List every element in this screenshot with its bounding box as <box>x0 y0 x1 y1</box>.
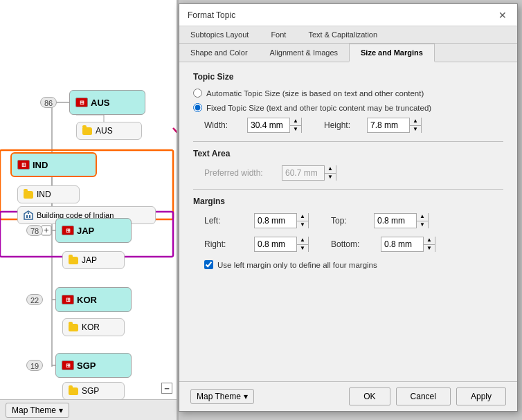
map-theme-dropdown-icon: ▾ <box>59 405 63 415</box>
zoom-out-button[interactable]: − <box>161 383 172 394</box>
aus-icon: ⊞ <box>75 98 88 107</box>
dialog-body: Topic Size Automatic Topic Size (size is… <box>179 62 517 381</box>
ok-button[interactable]: OK <box>349 387 390 405</box>
dialog-titlebar: Format Topic ✕ <box>179 4 517 26</box>
subnode-jap-label: JAP <box>82 255 97 265</box>
top-input[interactable] <box>375 214 416 228</box>
top-increment-button[interactable]: ▲ <box>417 213 428 221</box>
folder-icon-jap <box>69 257 78 264</box>
building-icon <box>24 210 33 220</box>
subnode-ind1[interactable]: IND <box>17 185 80 203</box>
left-input-container: ▲ ▼ <box>254 213 309 228</box>
bottom-decrement-button[interactable]: ▼ <box>424 244 435 253</box>
cancel-button[interactable]: Cancel <box>396 387 451 405</box>
left-top-row: Left: ▲ ▼ Top: ▲ ▼ <box>204 213 503 228</box>
left-input[interactable] <box>255 214 296 228</box>
height-decrement-button[interactable]: ▼ <box>410 125 421 134</box>
apply-button[interactable]: Apply <box>456 387 506 405</box>
node-ind[interactable]: ⊞ IND <box>10 152 97 177</box>
node-kor-number: 22 <box>26 294 43 305</box>
right-spin-buttons: ▲ ▼ <box>296 237 308 252</box>
height-increment-button[interactable]: ▲ <box>410 118 421 125</box>
preferred-width-increment-button[interactable]: ▲ <box>325 165 336 173</box>
width-increment-button[interactable]: ▲ <box>290 118 301 125</box>
footer-map-theme-label: Map Theme <box>197 392 241 401</box>
right-label: Right: <box>204 239 246 249</box>
margins-title: Margins <box>193 197 503 206</box>
kor-icon: ⊞ <box>62 295 74 304</box>
tab-subtopics-layout[interactable]: Subtopics Layout <box>179 26 260 43</box>
preferred-width-decrement-button[interactable]: ▼ <box>325 173 336 181</box>
width-height-row: Width: ▲ ▼ Height: ▲ ▼ <box>204 118 503 133</box>
folder-icon-ind1 <box>24 191 33 199</box>
width-decrement-button[interactable]: ▼ <box>290 125 301 134</box>
preferred-width-label: Preferred width: <box>204 168 273 178</box>
svg-rect-19 <box>28 212 29 214</box>
format-topic-dialog: Format Topic ✕ Subtopics Layout Font Tex… <box>179 3 518 412</box>
footer-map-theme-button[interactable]: Map Theme ▾ <box>190 389 254 404</box>
footer-left: Map Theme ▾ <box>190 389 343 404</box>
separator1 <box>193 141 503 142</box>
folder-icon-kor <box>69 324 78 331</box>
bottom-input-container: ▲ ▼ <box>381 237 435 252</box>
svg-rect-14 <box>42 226 51 235</box>
left-label: Left: <box>204 216 246 226</box>
height-spin-buttons: ▲ ▼ <box>409 118 421 133</box>
svg-rect-17 <box>26 215 28 218</box>
preferred-width-input-container: ▲ ▼ <box>282 165 336 181</box>
subnode-sgp[interactable]: SGP <box>62 382 125 400</box>
preferred-width-spin-buttons: ▲ ▼ <box>324 165 336 181</box>
sgp-icon: ⊞ <box>62 360 74 370</box>
left-increment-button[interactable]: ▲ <box>297 213 308 221</box>
svg-marker-16 <box>24 211 33 219</box>
width-label: Width: <box>204 120 239 130</box>
mindmap-bottom-bar: Map Theme ▾ <box>0 399 177 420</box>
subnode-aus[interactable]: AUS <box>76 122 142 140</box>
right-decrement-button[interactable]: ▼ <box>297 244 308 253</box>
top-spin-buttons: ▲ ▼ <box>416 213 428 228</box>
node-aus[interactable]: ⊞ AUS <box>69 90 145 115</box>
dialog-footer: Map Theme ▾ OK Cancel Apply <box>179 381 517 411</box>
node-kor-label: KOR <box>77 295 97 305</box>
bottom-input[interactable] <box>381 237 423 251</box>
bottom-spin-buttons: ▲ ▼ <box>423 237 435 252</box>
svg-rect-18 <box>29 215 30 218</box>
subnode-aus-label: AUS <box>96 126 113 136</box>
right-increment-button[interactable]: ▲ <box>297 237 308 244</box>
node-jap[interactable]: ⊞ JAP <box>55 218 132 243</box>
tab-text-capitalization[interactable]: Text & Capitalization <box>297 26 388 43</box>
tab-shape-color[interactable]: Shape and Color <box>179 44 259 62</box>
dialog-close-button[interactable]: ✕ <box>496 9 509 21</box>
tab-font[interactable]: Font <box>260 26 297 43</box>
use-left-margin-label: Use left margin only to define all four … <box>217 261 377 269</box>
right-bottom-row: Right: ▲ ▼ Bottom: ▲ ▼ <box>204 237 503 252</box>
width-input[interactable] <box>248 118 289 132</box>
map-theme-label: Map Theme <box>12 405 56 415</box>
top-label: Top: <box>331 216 366 226</box>
right-input[interactable] <box>255 237 296 251</box>
node-sgp[interactable]: ⊞ SGP <box>55 353 132 378</box>
subnode-kor[interactable]: KOR <box>62 318 125 336</box>
tab-alignment-images[interactable]: Alignment & Images <box>259 44 349 62</box>
dialog-tabs-row2: Shape and Color Alignment & Images Size … <box>179 44 517 62</box>
text-area-title: Text Area <box>193 149 503 158</box>
use-left-margin-checkbox[interactable] <box>204 260 213 269</box>
radio-auto-row: Automatic Topic Size (size is based on t… <box>193 89 503 98</box>
map-theme-button[interactable]: Map Theme ▾ <box>6 403 69 418</box>
node-sgp-number: 19 <box>26 360 43 371</box>
width-input-container: ▲ ▼ <box>247 118 302 133</box>
subnode-sgp-label: SGP <box>82 386 99 396</box>
bottom-increment-button[interactable]: ▲ <box>424 237 435 244</box>
height-input[interactable] <box>368 118 409 132</box>
tab-size-margins[interactable]: Size and Margins <box>349 44 435 62</box>
radio-fixed-size[interactable] <box>193 103 202 112</box>
node-jap-number: 78 <box>26 225 43 236</box>
left-decrement-button[interactable]: ▼ <box>297 221 308 229</box>
radio-auto-size[interactable] <box>193 89 202 98</box>
height-input-container: ▲ ▼ <box>367 118 422 133</box>
node-kor[interactable]: ⊞ KOR <box>55 287 132 312</box>
folder-icon-sgp <box>69 387 78 395</box>
dialog-tabs-row1: Subtopics Layout Font Text & Capitalizat… <box>179 26 517 44</box>
subnode-jap[interactable]: JAP <box>62 251 125 269</box>
top-decrement-button[interactable]: ▼ <box>417 221 428 229</box>
